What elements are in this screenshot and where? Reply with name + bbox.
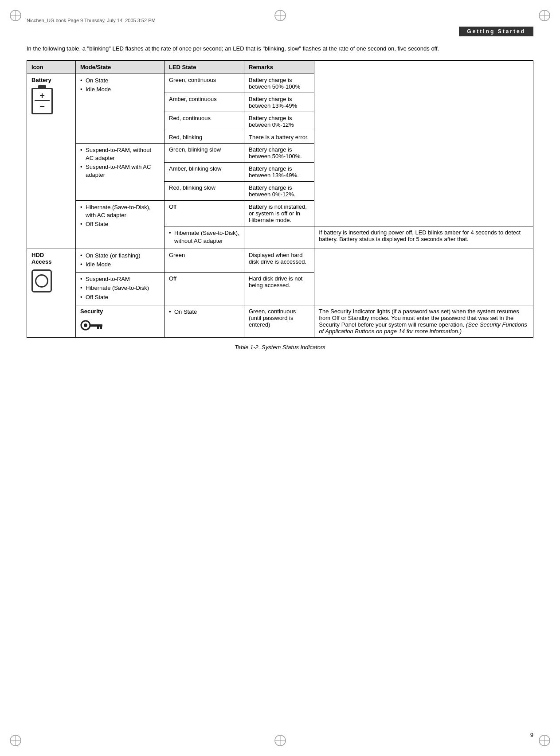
security-icon (80, 319, 103, 331)
remark-security: The Security Indicator lights (if a pass… (314, 305, 533, 337)
remark-0-12: Battery charge is between 0%-12% (244, 112, 314, 131)
mode-hibernate-ac: Hibernate (Save-to-Disk), with AC adapte… (80, 203, 160, 219)
mode-on-state: On State (80, 77, 160, 85)
intro-text: In the following table, a "blinking" LED… (27, 44, 514, 53)
hdd-mode-off: Off State (80, 293, 160, 301)
led-green-security: Green, continuous (until password is ent… (244, 305, 314, 337)
th-remarks: Remarks (244, 60, 314, 74)
hdd-mode-idle: Idle Mode (80, 261, 160, 269)
crosshair-top-left (9, 9, 22, 22)
hdd-mode-hibernate: Hibernate (Save-to-Disk) (80, 284, 160, 292)
security-see-also: (See Security Functions of Application B… (319, 321, 527, 335)
led-green-continuous: Green, continuous (164, 74, 244, 93)
page-number: 9 (530, 732, 533, 738)
security-mode-on-state: On State (169, 308, 239, 316)
battery-mode-hibernate-no-ac: Hibernate (Save-to-Disk), without AC ada… (164, 226, 244, 249)
svg-rect-20 (90, 324, 102, 327)
crosshair-top-right (538, 9, 551, 22)
th-mode: Mode/State (76, 60, 164, 74)
section-title: Getting Started (459, 27, 533, 36)
table-row: Suspend-to-RAM Hibernate (Save-to-Disk) … (27, 273, 533, 305)
hdd-mode-on-idle: On State (or flashing) Idle Mode (76, 249, 164, 272)
table-row: Suspend-to-RAM, without AC adapter Suspe… (27, 143, 533, 162)
remark-battery-error: There is a battery error. (244, 131, 314, 143)
mode-off-state: Off State (80, 220, 160, 228)
mode-suspend-ac: Suspend-to-RAM with AC adapter (80, 163, 160, 179)
page-header: Getting Started (27, 27, 533, 36)
battery-icon-cell: Battery + − (27, 74, 76, 249)
crosshair-bottom-left (9, 734, 22, 747)
battery-mode-on-idle: On State Idle Mode (76, 74, 164, 143)
led-red-blinking: Red, blinking (164, 131, 244, 143)
crosshair-bottom-mid (274, 734, 287, 747)
mode-suspend-no-ac: Suspend-to-RAM, without AC adapter (80, 146, 160, 162)
security-label: Security (80, 308, 103, 315)
table-row: Hibernate (Save-to-Disk), with AC adapte… (27, 200, 533, 226)
battery-icon: + − (31, 88, 53, 114)
table-row: HDDAccess On State (or flashing) Idle Mo… (27, 249, 533, 272)
crosshair-top-mid (274, 9, 287, 22)
hdd-mode-on: On State (or flashing) (80, 252, 160, 260)
mode-hibernate-no-ac: Hibernate (Save-to-Disk), without AC ada… (169, 229, 239, 245)
remark-red-blink: Battery charge is between 0%-12%. (244, 181, 314, 200)
crosshair-bottom-right (538, 734, 551, 747)
battery-label: Battery (31, 77, 51, 83)
hdd-mode-suspend: Suspend-to-RAM (80, 275, 160, 283)
battery-mode-suspend: Suspend-to-RAM, without AC adapter Suspe… (76, 143, 164, 200)
hdd-icon-cell: HDDAccess (27, 249, 76, 337)
led-green-blink-slow: Green, blinking slow (164, 143, 244, 162)
th-icon: Icon (27, 60, 76, 74)
hdd-mode-suspend: Suspend-to-RAM Hibernate (Save-to-Disk) … (76, 273, 164, 305)
hdd-label: HDDAccess (31, 252, 52, 265)
mode-idle: Idle Mode (80, 86, 160, 94)
remark-hdd-not-accessed: Hard disk drive is not being accessed. (244, 273, 314, 305)
table-row: Security On State (27, 305, 533, 337)
remark-green-blink: Battery charge is between 50%-100%. (244, 143, 314, 162)
hdd-icon (31, 269, 52, 292)
remark-off-hibernate: Battery is not installed, or system is o… (244, 200, 314, 226)
led-red-blink-slow: Red, blinking slow (164, 181, 244, 200)
led-green-hdd: Green (164, 249, 244, 272)
battery-mode-hibernate-ac: Hibernate (Save-to-Disk), with AC adapte… (76, 200, 164, 249)
led-off-hdd: Off (164, 273, 244, 305)
led-empty (244, 226, 314, 249)
svg-rect-22 (100, 327, 102, 329)
table-row: Battery + − On State Idle Mode Green, co… (27, 74, 533, 93)
svg-point-19 (84, 323, 87, 327)
svg-rect-21 (97, 327, 99, 329)
th-led: LED State (164, 60, 244, 74)
security-icon-cell: Security (76, 305, 164, 337)
led-off-1: Off (164, 200, 244, 226)
key-icon-svg (80, 319, 103, 331)
led-amber-continuous: Amber, continuous (164, 93, 244, 112)
battery-minus-sign: − (35, 100, 50, 111)
security-mode-on: On State (164, 305, 244, 337)
led-amber-blink-slow: Amber, blinking slow (164, 162, 244, 181)
table-caption: Table 1-2. System Status Indicators (27, 344, 533, 351)
battery-plus-sign: + (39, 91, 45, 100)
remark-50-100: Battery charge is between 50%-100% (244, 74, 314, 93)
remark-amber-blink: Battery charge is between 13%-49%. (244, 162, 314, 181)
remark-hdd-accessed: Displayed when hard disk drive is access… (244, 249, 314, 272)
led-red-continuous: Red, continuous (164, 112, 244, 131)
status-indicators-table: Icon Mode/State LED State Remarks Batter… (27, 60, 533, 338)
remark-blink-amber: If battery is inserted during power off,… (314, 226, 533, 249)
remark-13-49: Battery charge is between 13%-49% (244, 93, 314, 112)
